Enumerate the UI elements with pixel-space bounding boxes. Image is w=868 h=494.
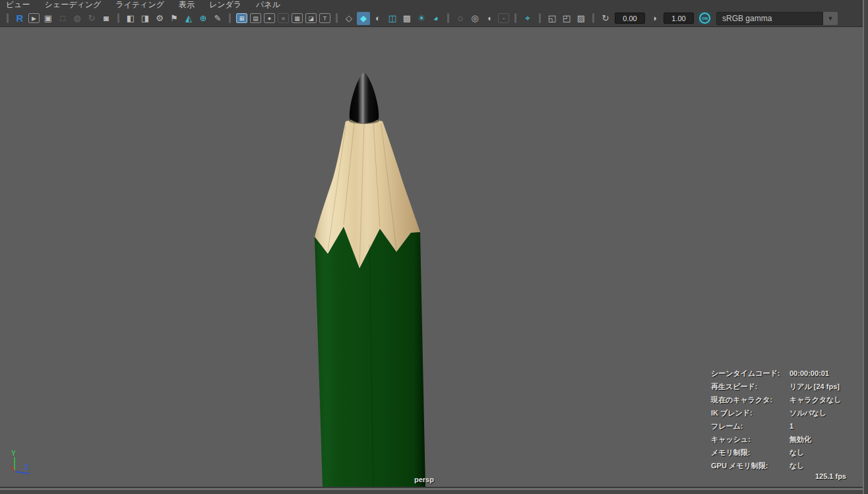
menu-show[interactable]: 表示 xyxy=(176,0,201,10)
hud-row: IK ブレンド:ソルバなし xyxy=(711,406,842,419)
exposure-icon[interactable]: ↻ xyxy=(599,12,612,25)
color-management-toggle[interactable]: ON xyxy=(698,12,711,24)
toolbar-separator xyxy=(447,13,449,23)
camera-attributes-icon[interactable]: ⚙ xyxy=(153,12,166,25)
snapshot-camera-icon[interactable]: ◙ xyxy=(100,12,113,25)
chevron-down-icon[interactable]: ▼ xyxy=(823,12,838,25)
hud-row: キャッシュ:無効化 xyxy=(711,433,842,446)
menu-renderer[interactable]: レンダラ xyxy=(206,0,248,10)
zoom-region-icon[interactable]: ▨ xyxy=(574,12,588,25)
axis-z-line xyxy=(15,472,29,474)
lock-camera-icon[interactable]: ◨ xyxy=(139,12,152,25)
wireframe-icon[interactable]: ◇ xyxy=(342,12,356,25)
hud-playback-info: シーンタイムコード:00:00:00:01再生スピード:リアル [24 fps]… xyxy=(711,367,842,472)
panel-menubar: ビューシェーディングライティング表示レンダラパネル xyxy=(0,0,868,10)
menu-shading[interactable]: シェーディング xyxy=(42,0,108,10)
hud-label: 現在のキャラクタ: xyxy=(711,395,790,405)
pause-icon: □ xyxy=(56,12,69,25)
panel-frame-right-highlight xyxy=(863,0,864,494)
camera-name-label: persp xyxy=(414,476,434,483)
toolbar-separator xyxy=(117,13,119,23)
hud-row: メモリ制限:なし xyxy=(711,446,842,459)
hud-label: 再生スピード: xyxy=(711,382,790,392)
hud-row: 再生スピード:リアル [24 fps] xyxy=(711,380,842,393)
axis-z-label: Z xyxy=(24,464,28,471)
view-transform-dropdown[interactable]: sRGB gamma▼ xyxy=(716,12,838,25)
menu-lighting[interactable]: ライティング xyxy=(113,0,171,10)
antialiasing-icon: ▪ xyxy=(498,13,509,23)
fps-counter: 125.1 fps xyxy=(815,472,846,480)
select-camera-icon[interactable]: ◧ xyxy=(124,12,137,25)
gate-mask-icon: ■ xyxy=(278,13,289,23)
refresh-icon: ↻ xyxy=(85,12,98,25)
toolbar-separator xyxy=(514,13,516,23)
grease-pencil-icon[interactable]: ✎ xyxy=(211,12,224,25)
depth-of-field-icon[interactable]: ◖ xyxy=(483,12,496,25)
hud-value: ソルバなし xyxy=(790,408,826,418)
export-snapshot-icon[interactable]: ▣ xyxy=(42,12,55,25)
contrast-field[interactable]: 1.00 xyxy=(664,13,694,24)
hud-value: 00:00:00:01 xyxy=(790,369,829,377)
pencil-graphite-tip xyxy=(350,73,379,123)
menu-panels[interactable]: パネル xyxy=(253,0,287,10)
hud-value: リアル [24 fps] xyxy=(790,382,840,392)
hud-value: なし xyxy=(790,461,805,471)
default-material-icon[interactable]: ▩ xyxy=(400,12,414,25)
motion-blur-icon[interactable]: ◎ xyxy=(468,12,481,25)
textured-icon[interactable]: ◫ xyxy=(386,12,399,25)
isolate-select-icon[interactable]: ⌖ xyxy=(521,12,534,25)
stop-icon: ◍ xyxy=(71,12,84,25)
hud-value: なし xyxy=(790,448,805,458)
ssao-icon[interactable]: ◌ xyxy=(454,12,467,25)
hud-value: 無効化 xyxy=(790,435,811,445)
toolbar-separator xyxy=(539,13,541,23)
pan-zoom-icon[interactable]: ⊕ xyxy=(197,12,210,25)
hud-label: IK ブレンド: xyxy=(711,408,790,418)
hud-row: フレーム:1 xyxy=(711,419,842,433)
lighting-icon[interactable]: ☀ xyxy=(415,12,428,25)
hud-label: キャッシュ: xyxy=(711,435,790,445)
axis-y-label: Y xyxy=(11,450,16,457)
view-transform-value: sRGB gamma xyxy=(716,12,823,25)
field-chart-icon[interactable]: ▦ xyxy=(292,13,303,23)
hud-label: メモリ制限: xyxy=(711,448,790,458)
xray-joints-icon[interactable]: ◰ xyxy=(560,12,573,25)
exposure-field[interactable]: 0.00 xyxy=(615,13,645,24)
toolbar-separator xyxy=(336,13,338,23)
window-bottom-edge xyxy=(0,490,868,494)
axis-gizmo: Y Z xyxy=(5,449,45,487)
hud-row: シーンタイムコード:00:00:00:01 xyxy=(711,367,842,380)
smooth-shade-icon[interactable]: ◆ xyxy=(357,12,370,25)
shadows-icon[interactable]: ◕ xyxy=(429,12,443,25)
color-management-on-ring: ON xyxy=(699,13,710,24)
hud-value: 1 xyxy=(790,422,793,430)
hud-label: フレーム: xyxy=(711,421,790,431)
flat-shade-icon[interactable]: ◐ xyxy=(371,12,385,25)
hud-row: 現在のキャラクタ:キャラクタなし xyxy=(711,393,842,406)
safe-action-icon[interactable]: ◪ xyxy=(305,13,317,23)
hud-label: シーンタイムコード: xyxy=(711,369,790,379)
xray-icon[interactable]: ◱ xyxy=(545,12,559,25)
render-logo-icon[interactable]: R xyxy=(13,12,26,25)
hud-value: キャラクタなし xyxy=(790,395,842,405)
viewport-3d[interactable]: シーンタイムコード:00:00:00:01再生スピード:リアル [24 fps]… xyxy=(0,27,868,487)
menu-view[interactable]: ビュー xyxy=(3,0,37,10)
safe-title-icon[interactable]: T xyxy=(319,13,330,23)
hud-row: GPU メモリ制限:なし xyxy=(711,459,842,472)
hud-label: GPU メモリ制限: xyxy=(711,461,790,471)
resolution-gate-icon[interactable]: ● xyxy=(264,13,275,23)
toolbar-separator xyxy=(229,13,231,23)
panel-frame-right xyxy=(864,0,868,494)
film-gate-icon[interactable]: ▤ xyxy=(250,13,261,23)
playblast-icon[interactable]: ▶ xyxy=(28,13,40,23)
grid-icon[interactable]: ⊞ xyxy=(236,13,247,23)
toolbar-separator xyxy=(7,13,9,23)
toolbar-separator xyxy=(592,13,594,23)
panel-toolbar: R▶▣□◍↻◙◧◨⚙⚑◭⊕✎⊞▤●■▦◪T◇◆◐◫▩☀◕◌◎◖▪⌖◱◰▨↻0.0… xyxy=(0,10,868,27)
image-plane-icon[interactable]: ◭ xyxy=(182,12,195,25)
bookmark-icon[interactable]: ⚑ xyxy=(168,12,181,25)
contrast-icon[interactable]: ◑ xyxy=(648,12,661,25)
